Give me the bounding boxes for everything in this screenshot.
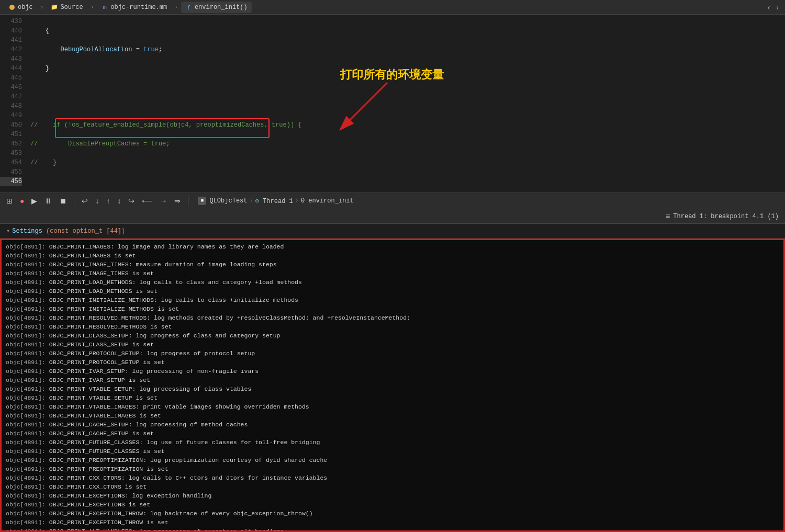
expand-icon[interactable]: ▾ (6, 227, 10, 235)
nav-fwd-button[interactable]: › (774, 2, 781, 13)
tab-file[interactable]: m objc-runtime.mm (97, 2, 171, 13)
ln-447: 447 (0, 92, 22, 101)
console-line-15: objc[4891]: OBJC_PRINT_IVAR_SETUP is set (6, 376, 779, 384)
debug-play-btn[interactable]: ▶ (29, 196, 39, 206)
console-line-1: objc[4891]: OBJC_PRINT_IMAGES is set (6, 251, 779, 260)
console-line-4: objc[4891]: OBJC_PRINT_LOAD_METHODS: log… (6, 278, 779, 287)
console-line-27: objc[4891]: OBJC_PRINT_CXX_CTORS is set (6, 482, 779, 491)
console-line-26: objc[4891]: OBJC_PRINT_CXX_CTORS: log ca… (6, 473, 779, 482)
code-line-439: { (30, 26, 781, 36)
step-out-btn[interactable]: ↑ (104, 196, 112, 206)
tab-file-label: objc-runtime.mm (110, 4, 167, 11)
console-line-5: objc[4891]: OBJC_PRINT_LOAD_METHODS is s… (6, 287, 779, 296)
status-menu-icon: ≡ (666, 212, 670, 221)
console-line-19: objc[4891]: OBJC_PRINT_VTABLE_IMAGES is … (6, 411, 779, 420)
debug-pause-btn[interactable]: ⏸ (42, 196, 54, 206)
ln-453: 453 (0, 149, 22, 158)
console-line-13: objc[4891]: OBJC_PRINT_PROTOCOL_SETUP is… (6, 358, 779, 367)
console-line-16: objc[4891]: OBJC_PRINT_VTABLE_SETUP: log… (6, 384, 779, 393)
ln-451: 451 (0, 130, 22, 139)
console-line-17: objc[4891]: OBJC_PRINT_VTABLE_SETUP is s… (6, 393, 779, 402)
func-icon: ƒ (185, 4, 193, 11)
code-line-445: // DisablePreoptCaches = true; (30, 139, 781, 149)
ln-441: 441 (0, 36, 22, 45)
bottom-section: objc[4891]: OBJC_PRINT_IMAGES: log image… (0, 239, 785, 532)
console-line-10: objc[4891]: OBJC_PRINT_CLASS_SETUP: log … (6, 331, 779, 340)
m-icon: m (101, 4, 108, 11)
goto-btn[interactable]: → (158, 196, 169, 206)
console-line-8: objc[4891]: OBJC_PRINT_RESOLVED_METHODS:… (6, 313, 779, 322)
step-into-btn[interactable]: ↓ (93, 196, 101, 206)
console-line-7: objc[4891]: OBJC_PRINT_INITIALIZE_METHOD… (6, 304, 779, 313)
code-line-440: DebugPoolAllocation = true; (30, 45, 781, 54)
console-line-20: objc[4891]: OBJC_PRINT_CACHE_SETUP: log … (6, 420, 779, 429)
tab-sep-3: › (174, 4, 178, 10)
ln-449: 449 (0, 111, 22, 120)
nav-back-button[interactable]: ‹ (766, 2, 772, 13)
breadcrumb-sep-1: › (249, 197, 253, 205)
thread-status-bar: ≡ Thread 1: breakpoint 4.1 (1) (0, 209, 785, 224)
tab-objc-label: objc (18, 4, 33, 11)
console-line-6: objc[4891]: OBJC_PRINT_INITIALIZE_METHOD… (6, 296, 779, 304)
console-line-31: objc[4891]: OBJC_PRINT_EXCEPTION_THROW i… (6, 518, 779, 527)
breadcrumb-project: QLObjcTest (209, 197, 247, 205)
ln-455: 455 (0, 167, 22, 177)
console-line-23: objc[4891]: OBJC_PRINT_FUTURE_CLASSES is… (6, 447, 779, 456)
ln-442: 442 (0, 45, 22, 54)
var-name: Settings (const option_t [44]) (12, 228, 125, 235)
console-line-21: objc[4891]: OBJC_PRINT_CACHE_SETUP is se… (6, 429, 779, 438)
tab-func-label: environ_init() (195, 4, 248, 11)
thread-status-text: ≡ Thread 1: breakpoint 4.1 (1) (666, 212, 779, 221)
code-line-444: // if (!os_feature_enabled_simple(objc4,… (30, 120, 781, 130)
step-over-btn[interactable]: ↩ (80, 196, 90, 206)
debug-toggle-btn[interactable]: ⊞ (4, 196, 15, 206)
console-output[interactable]: objc[4891]: OBJC_PRINT_IMAGES: log image… (0, 239, 785, 532)
code-line-443 (30, 101, 781, 111)
console-line-14: objc[4891]: OBJC_PRINT_IVAR_SETUP: log p… (6, 367, 779, 376)
ln-452: 452 (0, 139, 22, 149)
breadcrumb: QLObjcTest › ⊙ Thread 1 › 0 environ_init (209, 197, 353, 205)
console-line-24: objc[4891]: OBJC_PRINT_PREOPTIMIZATION: … (6, 456, 779, 465)
tab-func[interactable]: ƒ environ_init() (181, 2, 252, 13)
ln-439: 439 (0, 17, 22, 26)
tab-sep-2: › (91, 4, 94, 10)
ln-450: 450 (0, 120, 22, 130)
tab-sep-1: › (40, 4, 44, 10)
breadcrumb-sep-2: › (295, 197, 299, 205)
tab-objc[interactable]: objc (4, 2, 37, 13)
jump-btn[interactable]: ⟵ (140, 196, 154, 206)
console-line-30: objc[4891]: OBJC_PRINT_EXCEPTION_THROW: … (6, 509, 779, 518)
console-line-18: objc[4891]: OBJC_PRINT_VTABLE_IMAGES: pr… (6, 402, 779, 411)
thread-status-label: Thread 1: breakpoint 4.1 (1) (673, 213, 779, 220)
tab-source[interactable]: 📁 Source (47, 2, 87, 13)
debug-toolbar: ⊞ ● ▶ ⏸ ⏹ ↩ ↓ ↑ ↕ ↪ ⟵ → ⇒ ■ QLObjcTest ›… (0, 193, 785, 209)
tab-nav: ‹ › (766, 2, 781, 13)
ln-456: 456 (0, 177, 22, 186)
continue-btn[interactable]: ⇒ (172, 196, 183, 206)
code-text[interactable]: { DebugPoolAllocation = true; } // if (!… (26, 15, 785, 193)
debug-stop-btn[interactable]: ⏹ (57, 196, 69, 206)
code-editor: 439 440 441 442 443 444 445 446 447 448 … (0, 15, 785, 193)
var-type: (const option_t [44]) (46, 228, 125, 235)
tab-source-label: Source (60, 4, 83, 11)
folder-icon: 📁 (51, 4, 58, 11)
ln-440: 440 (0, 26, 22, 36)
code-line-442 (30, 83, 781, 92)
console-line-3: objc[4891]: OBJC_PRINT_IMAGE_TIMES is se… (6, 269, 779, 278)
thread-badge: ■ (198, 197, 206, 205)
ln-448: 448 (0, 101, 22, 111)
code-line-447 (30, 177, 781, 186)
console-line-2: objc[4891]: OBJC_PRINT_IMAGE_TIMES: meas… (6, 260, 779, 269)
variables-pane: ▾ Settings (const option_t [44]) (0, 224, 785, 239)
breadcrumb-func: 0 environ_init (301, 197, 354, 205)
code-line-441: } (30, 64, 781, 73)
console-line-9: objc[4891]: OBJC_PRINT_RESOLVED_METHODS … (6, 322, 779, 331)
debug-record-btn[interactable]: ● (18, 196, 26, 206)
ln-445: 445 (0, 73, 22, 83)
console-line-0: objc[4891]: OBJC_PRINT_IMAGES: log image… (6, 242, 779, 251)
step-instr-btn[interactable]: ↕ (115, 196, 123, 206)
return-btn[interactable]: ↪ (126, 196, 137, 206)
console-line-25: objc[4891]: OBJC_PRINT_PREOPTIMIZATION i… (6, 465, 779, 473)
ln-443: 443 (0, 54, 22, 64)
ln-444: 444 (0, 64, 22, 73)
